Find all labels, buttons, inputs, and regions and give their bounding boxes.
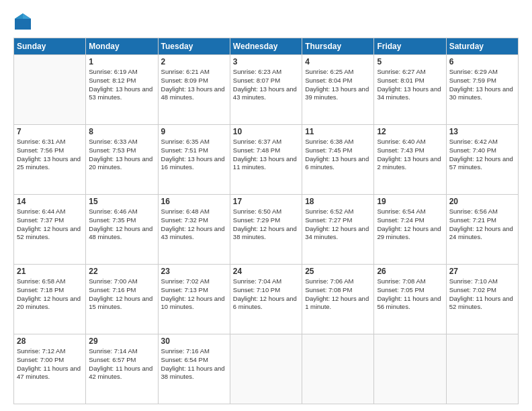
day-number: 24	[233, 267, 299, 276]
day-info: Sunrise: 6:27 AMSunset: 8:01 PMDaylight:…	[377, 68, 441, 101]
calendar-cell: 6 Sunrise: 6:29 AMSunset: 7:59 PMDayligh…	[446, 55, 518, 125]
calendar-cell: 13 Sunrise: 6:42 AMSunset: 7:40 PMDaylig…	[446, 125, 518, 195]
svg-marker-1	[23, 13, 31, 19]
calendar-cell: 10 Sunrise: 6:37 AMSunset: 7:48 PMDaylig…	[230, 125, 302, 195]
day-info: Sunrise: 6:35 AMSunset: 7:51 PMDaylight:…	[161, 138, 225, 171]
day-number: 26	[377, 267, 443, 276]
day-info: Sunrise: 6:31 AMSunset: 7:56 PMDaylight:…	[17, 138, 81, 171]
day-number: 8	[89, 127, 154, 136]
weekday-header-sunday: Sunday	[14, 38, 86, 55]
day-info: Sunrise: 6:50 AMSunset: 7:29 PMDaylight:…	[233, 208, 297, 240]
day-number: 6	[449, 57, 515, 66]
day-number: 4	[305, 57, 371, 66]
logo	[13, 12, 35, 31]
calendar-cell: 9 Sunrise: 6:35 AMSunset: 7:51 PMDayligh…	[158, 125, 230, 195]
day-number: 15	[89, 197, 154, 206]
svg-marker-2	[15, 13, 23, 19]
day-number: 3	[233, 57, 299, 66]
day-number: 19	[377, 197, 443, 206]
week-row-2: 7 Sunrise: 6:31 AMSunset: 7:56 PMDayligh…	[14, 125, 519, 195]
calendar-cell: 4 Sunrise: 6:25 AMSunset: 8:04 PMDayligh…	[302, 55, 374, 125]
day-info: Sunrise: 6:38 AMSunset: 7:45 PMDaylight:…	[305, 138, 369, 171]
calendar-cell: 20 Sunrise: 6:56 AMSunset: 7:21 PMDaylig…	[446, 195, 518, 265]
day-info: Sunrise: 6:52 AMSunset: 7:27 PMDaylight:…	[305, 208, 369, 240]
calendar-cell: 12 Sunrise: 6:40 AMSunset: 7:43 PMDaylig…	[374, 125, 446, 195]
day-number: 7	[17, 127, 83, 136]
day-info: Sunrise: 7:08 AMSunset: 7:05 PMDaylight:…	[377, 277, 441, 310]
day-number: 20	[449, 197, 515, 206]
calendar-table: SundayMondayTuesdayWednesdayThursdayFrid…	[13, 38, 519, 404]
day-number: 25	[305, 267, 371, 276]
calendar-cell: 24 Sunrise: 7:04 AMSunset: 7:10 PMDaylig…	[230, 265, 302, 334]
day-info: Sunrise: 7:14 AMSunset: 6:57 PMDaylight:…	[89, 347, 152, 380]
day-info: Sunrise: 7:10 AMSunset: 7:02 PMDaylight:…	[449, 277, 513, 310]
calendar-cell	[14, 55, 86, 125]
calendar-cell: 17 Sunrise: 6:50 AMSunset: 7:29 PMDaylig…	[230, 195, 302, 265]
calendar-cell: 7 Sunrise: 6:31 AMSunset: 7:56 PMDayligh…	[14, 125, 86, 195]
day-info: Sunrise: 6:29 AMSunset: 7:59 PMDaylight:…	[449, 68, 513, 101]
day-number: 9	[161, 127, 227, 136]
calendar-cell: 22 Sunrise: 7:00 AMSunset: 7:16 PMDaylig…	[86, 265, 158, 334]
day-number: 10	[233, 127, 299, 136]
calendar-cell: 15 Sunrise: 6:46 AMSunset: 7:35 PMDaylig…	[86, 195, 158, 265]
weekday-header-saturday: Saturday	[446, 38, 518, 55]
calendar-cell: 28 Sunrise: 7:12 AMSunset: 7:00 PMDaylig…	[14, 334, 86, 404]
day-number: 27	[449, 267, 515, 276]
calendar-cell: 1 Sunrise: 6:19 AMSunset: 8:12 PMDayligh…	[86, 55, 158, 125]
day-number: 11	[305, 127, 371, 136]
calendar-cell: 30 Sunrise: 7:16 AMSunset: 6:54 PMDaylig…	[158, 334, 230, 404]
day-number: 22	[89, 267, 154, 276]
week-row-3: 14 Sunrise: 6:44 AMSunset: 7:37 PMDaylig…	[14, 195, 519, 265]
weekday-header-thursday: Thursday	[302, 38, 374, 55]
calendar-cell: 21 Sunrise: 6:58 AMSunset: 7:18 PMDaylig…	[14, 265, 86, 334]
calendar-cell: 25 Sunrise: 7:06 AMSunset: 7:08 PMDaylig…	[302, 265, 374, 334]
day-number: 28	[17, 336, 83, 346]
calendar-cell: 8 Sunrise: 6:33 AMSunset: 7:53 PMDayligh…	[86, 125, 158, 195]
weekday-header-friday: Friday	[374, 38, 446, 55]
day-info: Sunrise: 6:23 AMSunset: 8:07 PMDaylight:…	[233, 68, 297, 101]
day-number: 21	[17, 267, 83, 276]
calendar-cell: 18 Sunrise: 6:52 AMSunset: 7:27 PMDaylig…	[302, 195, 374, 265]
calendar-cell	[446, 334, 518, 404]
day-info: Sunrise: 6:46 AMSunset: 7:35 PMDaylight:…	[89, 208, 152, 240]
calendar-cell: 14 Sunrise: 6:44 AMSunset: 7:37 PMDaylig…	[14, 195, 86, 265]
day-number: 1	[89, 57, 154, 66]
week-row-5: 28 Sunrise: 7:12 AMSunset: 7:00 PMDaylig…	[14, 334, 519, 404]
weekday-header-wednesday: Wednesday	[230, 38, 302, 55]
day-number: 16	[161, 197, 227, 206]
header	[13, 12, 519, 31]
day-number: 13	[449, 127, 515, 136]
day-number: 12	[377, 127, 443, 136]
day-info: Sunrise: 6:40 AMSunset: 7:43 PMDaylight:…	[377, 138, 441, 171]
day-number: 23	[161, 267, 227, 276]
calendar-cell: 23 Sunrise: 7:02 AMSunset: 7:13 PMDaylig…	[158, 265, 230, 334]
calendar-cell	[230, 334, 302, 404]
calendar-cell	[374, 334, 446, 404]
week-row-1: 1 Sunrise: 6:19 AMSunset: 8:12 PMDayligh…	[14, 55, 519, 125]
day-number: 5	[377, 57, 443, 66]
calendar-cell: 19 Sunrise: 6:54 AMSunset: 7:24 PMDaylig…	[374, 195, 446, 265]
day-info: Sunrise: 6:54 AMSunset: 7:24 PMDaylight:…	[377, 208, 441, 240]
week-row-4: 21 Sunrise: 6:58 AMSunset: 7:18 PMDaylig…	[14, 265, 519, 334]
weekday-header-monday: Monday	[86, 38, 158, 55]
day-info: Sunrise: 6:25 AMSunset: 8:04 PMDaylight:…	[305, 68, 369, 101]
calendar-cell: 2 Sunrise: 6:21 AMSunset: 8:09 PMDayligh…	[158, 55, 230, 125]
page: SundayMondayTuesdayWednesdayThursdayFrid…	[0, 0, 532, 411]
day-number: 18	[305, 197, 371, 206]
day-number: 2	[161, 57, 227, 66]
day-info: Sunrise: 6:48 AMSunset: 7:32 PMDaylight:…	[161, 208, 225, 240]
weekday-header-row: SundayMondayTuesdayWednesdayThursdayFrid…	[14, 38, 519, 55]
day-info: Sunrise: 7:16 AMSunset: 6:54 PMDaylight:…	[161, 347, 225, 380]
day-info: Sunrise: 6:21 AMSunset: 8:09 PMDaylight:…	[161, 68, 225, 101]
day-number: 14	[17, 197, 83, 206]
calendar-cell: 29 Sunrise: 7:14 AMSunset: 6:57 PMDaylig…	[86, 334, 158, 404]
day-info: Sunrise: 7:04 AMSunset: 7:10 PMDaylight:…	[233, 277, 297, 310]
day-info: Sunrise: 6:33 AMSunset: 7:53 PMDaylight:…	[89, 138, 152, 171]
day-info: Sunrise: 6:42 AMSunset: 7:40 PMDaylight:…	[449, 138, 513, 171]
calendar-cell: 27 Sunrise: 7:10 AMSunset: 7:02 PMDaylig…	[446, 265, 518, 334]
day-info: Sunrise: 7:06 AMSunset: 7:08 PMDaylight:…	[305, 277, 369, 310]
day-info: Sunrise: 6:37 AMSunset: 7:48 PMDaylight:…	[233, 138, 297, 171]
day-number: 29	[89, 336, 154, 346]
day-info: Sunrise: 6:56 AMSunset: 7:21 PMDaylight:…	[449, 208, 513, 240]
day-info: Sunrise: 6:58 AMSunset: 7:18 PMDaylight:…	[17, 277, 81, 310]
